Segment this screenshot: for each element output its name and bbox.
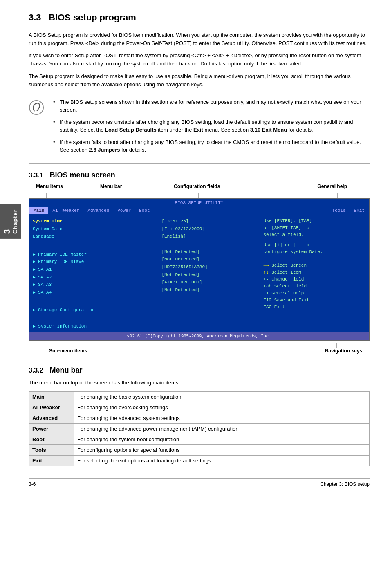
bios-system-time: System Time [33,218,155,225]
page-footer: 3-6 Chapter 3: BIOS setup [29,478,370,487]
table-row: PowerFor changing the advanced power man… [29,423,370,434]
bios-primary-ide-slave: ▶ Primary IDE Slave [33,258,155,266]
bios-sata4-val: [Not Detected] [161,286,256,294]
menu-item-name: Ai Tweaker [29,402,74,413]
bios-topbar-text: BIOS SETUP UTILITY [175,200,224,205]
bios-system-date: System Date [33,225,155,233]
menubar-intro: The menu bar on top of the screen has th… [29,379,370,387]
bios-topbar: BIOS SETUP UTILITY [29,199,369,206]
svg-point-1 [34,110,35,112]
note-list: The BIOS setup screens shown in this sec… [53,98,370,158]
table-row: ExitFor selecting the exit options and l… [29,455,370,466]
label-sub-menu: Sub-menu items [49,348,87,354]
bios-menu-exit[interactable]: Exit [350,207,369,214]
chapter-sidebar: 3 Chapter [0,204,21,239]
menu-item-name: Boot [29,434,74,444]
menu-item-desc: For selecting the exit options and loadi… [74,455,370,466]
bios-storage-config: ▶ Storage Configuration [33,306,155,314]
table-row: BootFor changing the system boot configu… [29,434,370,444]
bios-sata4: ▶ SATA4 [33,289,155,296]
menu-item-desc: For changing the advanced system setting… [74,413,370,423]
bios-menu-tools[interactable]: Tools [328,207,350,214]
bios-menu-boot[interactable]: Boot [135,207,154,214]
label-config-fields: Configuration fields [174,184,220,189]
bios-menu-advanced[interactable]: Advanced [83,207,113,214]
svg-point-0 [29,101,43,114]
bios-menubar: Main Ai Tweaker Advanced Power Boot Tool… [29,206,369,215]
bios-sata2-val: [Not Detected] [161,271,256,279]
bios-sata1: ▶ SATA1 [33,266,155,274]
menubar-table: MainFor changing the basic system config… [29,391,370,466]
section-heading: BIOS setup program [49,12,136,22]
bios-sata2: ▶ SATA2 [33,274,155,281]
bios-right-panel: Use [ENTER], [TAB] or [SHIFT-TAB] to sel… [260,215,369,333]
bios-left-panel: System Time System Date Language ▶ Prima… [29,215,158,333]
bios-menu-main[interactable]: Main [29,207,48,214]
section-number: 3.3 [29,12,41,22]
subsection-331-title: BIOS menu screen [50,171,115,180]
menu-item-name: Advanced [29,413,74,423]
bios-language: Language [33,233,155,240]
menu-item-desc: For changing the basic system configurat… [74,391,370,402]
table-row: ToolsFor configuring options for special… [29,444,370,455]
chapter-label: Chapter [12,209,18,234]
bios-system-info: ▶ System Information [33,323,155,330]
subsection-332-number: 3.3.2 [29,367,43,374]
diagram-bottom-labels: Sub-menu items Navigation keys [29,348,370,357]
subsection-332: 3.3.2 Menu bar The menu bar on top of th… [29,366,370,466]
menu-item-name: Tools [29,444,74,455]
note-item-2: If the system becomes unstable after cha… [53,118,370,134]
bios-center-panel: [13:51:25] [Fri 02/13/2009] [English] [N… [158,215,260,333]
bios-body: System Time System Date Language ▶ Prima… [29,215,369,333]
menu-item-desc: For changing the system boot configurati… [74,434,370,444]
label-menu-items: Menu items [36,184,63,189]
table-row: MainFor changing the basic system config… [29,391,370,402]
note-box: The BIOS setup screens shown in this sec… [29,93,370,164]
bios-lang-value: [English] [161,233,256,240]
connector-lines-bottom [29,343,370,348]
bios-sata1-val: [HDT722516DLA380] [161,263,256,271]
menu-item-desc: For changing the advanced power manageme… [74,423,370,434]
label-general-help: General help [317,184,347,189]
menu-item-desc: For changing the overclocking settings [74,402,370,413]
bios-time-value: [13:51:25] [161,218,256,225]
footer-chapter: Chapter 3: BIOS setup [320,481,370,487]
label-nav-keys: Navigation keys [325,348,362,354]
menu-item-name: Power [29,423,74,434]
bios-primary-ide-master: ▶ Primary IDE Master [33,251,155,258]
label-menu-bar: Menu bar [100,184,122,189]
bios-sata3: ▶ SATA3 [33,281,155,289]
menu-item-desc: For configuring options for special func… [74,444,370,455]
subsection-331-number: 3.3.1 [29,172,43,179]
section-title: 3.3 BIOS setup program [29,12,370,25]
bios-menu-power[interactable]: Power [113,207,135,214]
bios-date-value: [Fri 02/13/2009] [161,225,256,233]
bios-sata3-val: [ATAPI DVD DH1] [161,278,256,286]
bios-help-text: Use [ENTER], [TAB] or [SHIFT-TAB] to sel… [263,218,365,256]
intro-para-2: If you wish to enter Setup after POST, r… [29,52,370,68]
subsection-331: 3.3.1 BIOS menu screen Menu items Menu b… [29,171,370,357]
note-item-3: If the system fails to boot after changi… [53,138,370,154]
table-row: Ai TweakerFor changing the overclocking … [29,402,370,413]
bios-footer: v02.61 (C)Copyright 1985-2009, American … [29,332,369,340]
note-item-1: The BIOS setup screens shown in this sec… [53,98,370,114]
bios-ide-slave-val: [Not Detected] [161,256,256,263]
intro-para-3: The Setup program is designed to make it… [29,72,370,89]
intro-para-1: A BIOS Setup program is provided for BIO… [29,31,370,47]
subsection-331-header: 3.3.1 BIOS menu screen [29,171,370,180]
diagram-top-labels: Menu items Menu bar Configuration fields… [29,184,370,193]
menu-item-name: Exit [29,455,74,466]
bios-nav-keys: ←→ Select Screen ↑↓ Select Item +- Chang… [263,262,365,311]
table-row: AdvancedFor changing the advanced system… [29,413,370,423]
connector-lines [29,193,370,198]
bios-footer-text: v02.61 (C)Copyright 1985-2009, American … [127,334,271,339]
page-number: 3-6 [29,481,36,487]
chapter-number: 3 [2,209,12,234]
subsection-332-header: 3.3.2 Menu bar [29,366,370,375]
subsection-332-title: Menu bar [50,366,83,375]
bios-ide-master-val: [Not Detected] [161,248,256,256]
bios-menu-aitweaker[interactable]: Ai Tweaker [48,207,83,214]
note-icon [29,98,47,158]
menu-item-name: Main [29,391,74,402]
bios-screen: BIOS SETUP UTILITY Main Ai Tweaker Advan… [29,198,370,341]
